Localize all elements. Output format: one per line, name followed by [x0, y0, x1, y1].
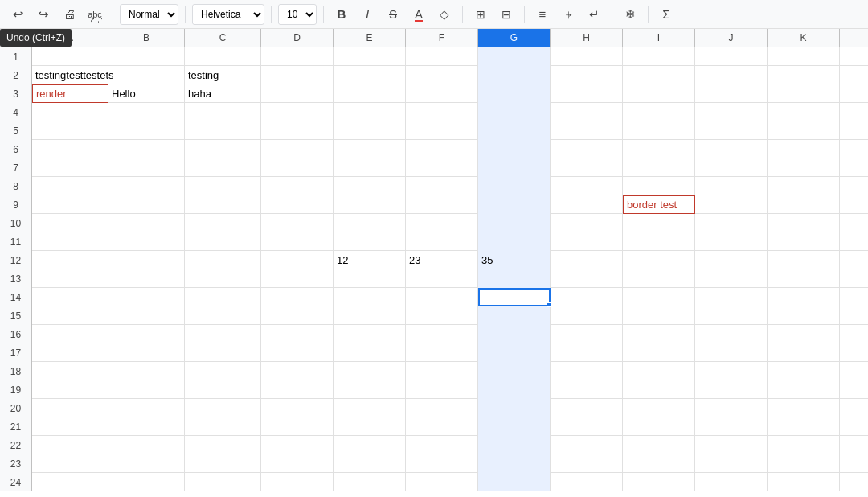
- cell-i3[interactable]: [623, 84, 695, 103]
- cell-c11[interactable]: [185, 232, 261, 251]
- cell-c20[interactable]: [185, 399, 261, 417]
- cell-h13[interactable]: [551, 269, 623, 288]
- cell-h12[interactable]: [551, 251, 623, 269]
- cell-b22[interactable]: [108, 436, 185, 454]
- style-select[interactable]: Normal: [120, 4, 178, 25]
- cell-b24[interactable]: [108, 473, 185, 491]
- cell-e23[interactable]: [334, 454, 406, 473]
- cell-k6[interactable]: [768, 140, 840, 158]
- cell-e22[interactable]: [334, 436, 406, 454]
- cell-h8[interactable]: [551, 177, 623, 195]
- cell-g7[interactable]: [478, 158, 551, 177]
- cell-a15[interactable]: [32, 306, 108, 325]
- cell-g9[interactable]: [478, 195, 551, 214]
- cell-f23[interactable]: [406, 454, 478, 473]
- cell-h2[interactable]: [551, 66, 623, 84]
- cell-c3[interactable]: haha: [185, 84, 261, 103]
- cell-g1[interactable]: [478, 47, 551, 66]
- cell-c15[interactable]: [185, 306, 261, 325]
- cell-j6[interactable]: [695, 140, 768, 158]
- cell-j21[interactable]: [695, 417, 768, 436]
- cell-i22[interactable]: [623, 436, 695, 454]
- cell-b16[interactable]: [108, 325, 185, 343]
- cell-h15[interactable]: [551, 306, 623, 325]
- cell-f11[interactable]: [406, 232, 478, 251]
- cell-g13[interactable]: [478, 269, 551, 288]
- grid-body[interactable]: 12testingtesttestetstesting3renderHelloh…: [0, 47, 868, 497]
- cell-j17[interactable]: [695, 343, 768, 362]
- cell-d2[interactable]: [261, 66, 334, 84]
- col-header-C[interactable]: C: [185, 29, 261, 47]
- cell-c1[interactable]: [185, 47, 261, 66]
- cell-e13[interactable]: [334, 269, 406, 288]
- cell-d3[interactable]: [261, 84, 334, 103]
- cell-c2[interactable]: testing: [185, 66, 261, 84]
- cell-f8[interactable]: [406, 177, 478, 195]
- cell-e4[interactable]: [334, 103, 406, 121]
- cell-h3[interactable]: [551, 84, 623, 103]
- cell-i15[interactable]: [623, 306, 695, 325]
- cell-c7[interactable]: [185, 158, 261, 177]
- cell-i24[interactable]: [623, 473, 695, 491]
- cell-i12[interactable]: [623, 251, 695, 269]
- cell-f21[interactable]: [406, 417, 478, 436]
- cell-a5[interactable]: [32, 121, 108, 140]
- col-header-E[interactable]: E: [334, 29, 406, 47]
- cell-i21[interactable]: [623, 417, 695, 436]
- cell-f4[interactable]: [406, 103, 478, 121]
- cell-e3[interactable]: [334, 84, 406, 103]
- cell-h23[interactable]: [551, 454, 623, 473]
- cell-c12[interactable]: [185, 251, 261, 269]
- cell-i16[interactable]: [623, 325, 695, 343]
- cell-i8[interactable]: [623, 177, 695, 195]
- cell-j2[interactable]: [695, 66, 768, 84]
- cell-e9[interactable]: [334, 195, 406, 214]
- cell-g10[interactable]: [478, 214, 551, 232]
- cell-c22[interactable]: [185, 436, 261, 454]
- cell-i17[interactable]: [623, 343, 695, 362]
- cell-e19[interactable]: [334, 380, 406, 399]
- cell-j3[interactable]: [695, 84, 768, 103]
- cell-d15[interactable]: [261, 306, 334, 325]
- cell-i19[interactable]: [623, 380, 695, 399]
- cell-d18[interactable]: [261, 362, 334, 380]
- col-header-J[interactable]: J: [695, 29, 768, 47]
- cell-c5[interactable]: [185, 121, 261, 140]
- cell-d14[interactable]: [261, 288, 334, 306]
- cell-f6[interactable]: [406, 140, 478, 158]
- cell-a12[interactable]: [32, 251, 108, 269]
- cell-a23[interactable]: [32, 454, 108, 473]
- cell-k24[interactable]: [768, 473, 840, 491]
- cell-e24[interactable]: [334, 473, 406, 491]
- font-color-button[interactable]: A: [407, 3, 430, 26]
- cell-a21[interactable]: [32, 417, 108, 436]
- cell-k5[interactable]: [768, 121, 840, 140]
- cell-j7[interactable]: [695, 158, 768, 177]
- cell-e15[interactable]: [334, 306, 406, 325]
- cell-d8[interactable]: [261, 177, 334, 195]
- cell-a22[interactable]: [32, 436, 108, 454]
- col-header-B[interactable]: B: [108, 29, 185, 47]
- cell-i2[interactable]: [623, 66, 695, 84]
- valign-button[interactable]: ⍆: [557, 3, 579, 26]
- cell-b18[interactable]: [108, 362, 185, 380]
- cell-g5[interactable]: [478, 121, 551, 140]
- cell-g12[interactable]: 35: [478, 251, 551, 269]
- cell-k2[interactable]: [768, 66, 840, 84]
- size-select[interactable]: 10: [278, 4, 317, 25]
- print-button[interactable]: 🖨: [58, 3, 80, 26]
- italic-button[interactable]: I: [356, 3, 379, 26]
- cell-d13[interactable]: [261, 269, 334, 288]
- fill-color-button[interactable]: ◇: [433, 3, 456, 26]
- cell-h22[interactable]: [551, 436, 623, 454]
- cell-b19[interactable]: [108, 380, 185, 399]
- cell-b12[interactable]: [108, 251, 185, 269]
- cell-b20[interactable]: [108, 399, 185, 417]
- cell-e1[interactable]: [334, 47, 406, 66]
- cell-e17[interactable]: [334, 343, 406, 362]
- cell-i1[interactable]: [623, 47, 695, 66]
- cell-e20[interactable]: [334, 399, 406, 417]
- cell-h21[interactable]: [551, 417, 623, 436]
- cell-j15[interactable]: [695, 306, 768, 325]
- cell-a14[interactable]: [32, 288, 108, 306]
